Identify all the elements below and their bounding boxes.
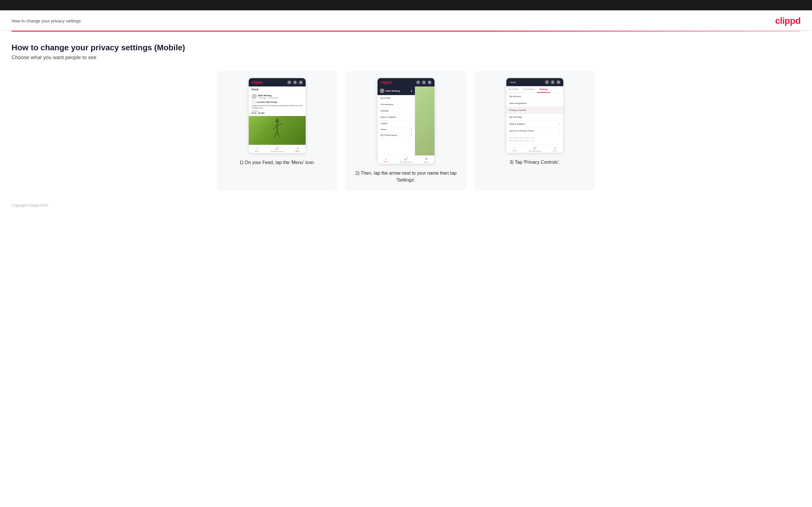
back-arrow-icon: ‹ (509, 81, 510, 83)
menu-item-connections: Connections (377, 101, 415, 108)
nav-menu-2: ✕ Menu (424, 157, 428, 163)
feed-username: Blair McHarg (258, 94, 278, 97)
menu-user-avatar (380, 89, 385, 93)
step-1-phone: clippd Feed (248, 78, 306, 153)
lesson-desc: Looking to feel like my hands are exitin… (252, 105, 303, 109)
back-button: ‹ Back (509, 81, 516, 83)
step-2-card: clippd (346, 71, 466, 190)
feed-label: Feed (249, 87, 306, 92)
settings-item-data-integrations[interactable]: Data Integrations › (506, 100, 563, 107)
nav-home-3: ⌂ Home (512, 146, 517, 152)
page-title: How to change your privacy settings (Mob… (11, 43, 801, 52)
nav-menu: ≡ Menu (295, 147, 300, 152)
settings-list: My Account › Data Integrations › Privacy… (506, 93, 563, 134)
settings-item-my-golf-bag[interactable]: My Golf Bag › (506, 114, 563, 121)
step-1-description: 1) On your Feed, tap the 'Menu' icon. (239, 159, 315, 166)
step-3-description: 3) Tap 'Privacy Controls'. (509, 159, 560, 166)
menu-panel: Blair McHarg ▲ My Profile Connections Se… (377, 87, 415, 155)
nav-menu-3: ≡ Menu (553, 146, 557, 152)
settings-icon-2 (427, 80, 432, 84)
svg-line-10 (277, 132, 280, 137)
phone-1-logo: clippd (252, 80, 262, 84)
home-chevron-icon: ▾ (411, 128, 412, 131)
privacy-policy-label: Service & Privacy Policy (509, 129, 534, 132)
phone-2-nav: ⌂ Home 📈 My Performance ✕ Menu (377, 155, 435, 164)
svg-point-2 (295, 81, 296, 82)
settings-item-privacy-controls[interactable]: Privacy Controls › (506, 107, 563, 114)
phone-2-icons (416, 80, 432, 84)
feed-user-info: Blair McHarg Yesterday · Sunningdale (258, 94, 278, 99)
menu-item-logout: Logout (377, 120, 415, 127)
phone-1-nav: ⌂ Home 📈 My Performance ≡ Menu (249, 145, 306, 153)
server-version: GQL Server Version: 2022.7.30-1 (509, 139, 560, 143)
menu-label-3: Menu (553, 150, 557, 152)
tab-my-profile[interactable]: My Profile (506, 86, 520, 93)
settings-icon (299, 80, 303, 84)
svg-line-8 (277, 124, 283, 125)
chevron-right-icon-2: › (560, 102, 560, 105)
profile-icon-2 (422, 80, 426, 84)
menu-item-settings: Settings (377, 108, 415, 114)
step-2-content: Blair McHarg ▲ My Profile Connections Se… (377, 87, 435, 155)
settings-item-my-account[interactable]: My Account › (506, 93, 563, 100)
lesson-title: Lesson with Fordy (257, 101, 277, 103)
tab-settings[interactable]: Settings (537, 86, 550, 93)
svg-line-1 (290, 83, 290, 83)
profile-icon (293, 80, 297, 84)
search-icon-2 (416, 80, 420, 84)
external-icon-policy: ↗ (559, 130, 560, 132)
home-label-3: Home (512, 150, 517, 152)
feed-user-avatar (252, 94, 257, 99)
copyright: Copyright Clippd 2022 (11, 203, 49, 208)
duration-label: Duration (252, 110, 303, 112)
svg-point-16 (546, 81, 548, 83)
svg-point-3 (301, 82, 301, 83)
my-account-label: My Account (509, 95, 521, 98)
nav-home: ⌂ Home (254, 147, 259, 152)
profile-icon-3 (551, 80, 555, 84)
nav-performance-2: 📈 My Performance (400, 157, 412, 163)
svg-line-7 (273, 125, 277, 129)
svg-point-18 (552, 81, 553, 82)
golf-image (249, 116, 306, 145)
step-1-card: clippd Feed (217, 71, 338, 190)
lesson-icon (252, 100, 256, 104)
home-label-2: Home (383, 161, 388, 163)
phone-2-logo: clippd (380, 80, 391, 84)
svg-point-5 (275, 119, 279, 123)
phone-3-icons (545, 80, 560, 84)
performance-label-3: My Performance (528, 150, 541, 152)
svg-point-14 (429, 82, 430, 83)
menu-username: Blair McHarg (386, 90, 400, 92)
performance-label: My Performance (271, 151, 284, 152)
phone-1-header: clippd (249, 78, 306, 87)
help-support-label: Help & Support (509, 123, 525, 125)
footer: Copyright Clippd 2022 (0, 196, 812, 214)
chevron-right-icon-3: › (560, 109, 560, 111)
svg-line-17 (547, 82, 548, 83)
settings-header: ‹ Back (506, 78, 563, 86)
menu-icon-3: ≡ (554, 146, 556, 150)
home-icon: ⌂ (256, 147, 258, 150)
settings-item-help-support[interactable]: Help & Support ↗ (506, 121, 563, 127)
step-2-phone: clippd (377, 78, 435, 164)
menu-section-home: Home ▾ (377, 127, 415, 132)
menu-item-my-profile: My Profile (377, 95, 415, 101)
svg-point-0 (289, 81, 290, 83)
step-2-description: 2) Then, tap the arrow next to your name… (353, 170, 459, 183)
performance-icon: 📈 (275, 147, 279, 150)
tab-connections[interactable]: Connections (520, 86, 537, 93)
steps-container: clippd Feed (11, 71, 801, 190)
svg-line-9 (274, 132, 277, 137)
nav-performance-3: 📈 My Performance (528, 146, 541, 152)
menu-chevron-up-icon: ▲ (410, 90, 413, 92)
settings-tabs: My Profile Connections Settings (506, 86, 563, 93)
feed-sub: Yesterday · Sunningdale (258, 97, 278, 99)
nav-performance: 📈 My Performance (271, 147, 284, 152)
data-integrations-label: Data Integrations (509, 102, 527, 105)
header: How to change your privacy settings clip… (0, 10, 812, 31)
chevron-right-icon: › (560, 95, 560, 98)
top-bar (0, 0, 812, 10)
svg-line-12 (418, 83, 419, 83)
settings-item-privacy-policy[interactable]: Service & Privacy Policy ↗ (506, 127, 563, 134)
